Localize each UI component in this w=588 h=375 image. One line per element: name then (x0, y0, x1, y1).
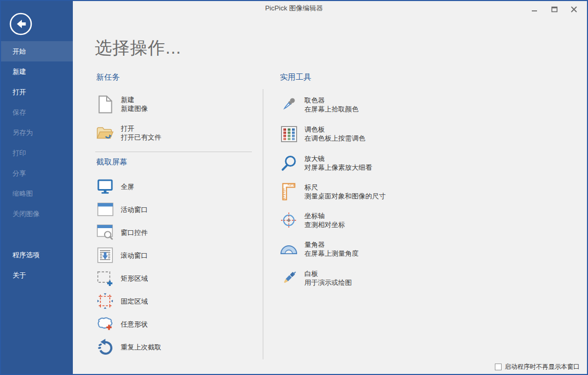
item-desc: 在调色板上按需调色 (304, 134, 365, 143)
open-folder-icon (96, 126, 114, 141)
color-palette-icon (280, 126, 298, 142)
close-icon (571, 6, 577, 12)
magnifier-icon (280, 155, 298, 171)
maximize-icon (551, 6, 558, 12)
new-document-icon (96, 95, 114, 114)
minimize-icon (531, 6, 538, 12)
dont-show-again-row[interactable]: 启动程序时不再显示本窗口 (495, 362, 580, 371)
page-title: 选择操作... (95, 36, 182, 60)
window-controls (527, 4, 582, 15)
item-desc: 在屏幕上测量角度 (304, 249, 359, 258)
sidebar-nav: 开始 新建 打开 保存 另存为 打印 分享 缩略图 关闭图像 (0, 41, 73, 224)
item-label: 打开 (121, 124, 161, 133)
active-window-icon (96, 203, 114, 216)
item-label: 白板 (304, 269, 352, 278)
section-divider (95, 152, 252, 152)
fixed-region-icon (96, 293, 114, 309)
item-label: 任意形状 (121, 320, 148, 329)
item-desc: 新建图像 (121, 104, 148, 113)
repeat-capture-icon (96, 339, 114, 355)
item-desc: 测量桌面对象和图像的尺寸 (304, 192, 386, 201)
color-picker-icon (280, 96, 298, 113)
back-button[interactable] (9, 12, 33, 36)
picpick-window: PicPick 图像编辑器 开始 新建 打开 保存 另存为 打印 分享 缩略图 (0, 0, 588, 375)
item-label: 全屏 (121, 182, 134, 191)
action-item-open[interactable]: 打开 打开已有文件 (96, 120, 161, 145)
section-title-tools: 实用工具 (280, 72, 311, 82)
item-desc: 对屏幕上像素放大细看 (304, 163, 372, 172)
item-label: 矩形区域 (121, 274, 148, 283)
item-label: 量角器 (304, 240, 359, 249)
sidebar-item-about[interactable]: 关于 (0, 265, 73, 285)
window-title: PicPick 图像编辑器 (0, 0, 588, 17)
protractor-icon (280, 244, 298, 255)
action-item-scrolling-window[interactable]: 滚动窗口 (96, 244, 148, 267)
sidebar-item-print[interactable]: 打印 (0, 143, 73, 163)
backstage-main: 选择操作... 新任务 截取屏幕 实用工具 新建 新建图像 (73, 0, 588, 375)
item-desc: 打开已有文件 (121, 133, 161, 142)
scrolling-window-icon (96, 247, 114, 263)
action-item-color-palette[interactable]: 调色板 在调色板上按需调色 (280, 121, 365, 147)
action-item-color-picker[interactable]: 取色器 在屏幕上拾取颜色 (280, 92, 359, 118)
dont-show-again-checkbox[interactable] (495, 364, 502, 370)
action-item-rectangle-region[interactable]: 矩形区域 (96, 267, 148, 290)
item-label: 窗口控件 (121, 228, 148, 237)
section-title-screen-capture: 截取屏幕 (96, 157, 127, 167)
sidebar-item-close-image[interactable]: 关闭图像 (0, 204, 73, 224)
item-label: 新建 (121, 95, 148, 104)
maximize-button[interactable] (546, 4, 562, 15)
action-item-active-window[interactable]: 活动窗口 (96, 198, 148, 221)
sidebar-item-save-as[interactable]: 另存为 (0, 122, 73, 143)
dont-show-again-label: 启动程序时不再显示本窗口 (505, 362, 580, 371)
sidebar-item-home[interactable]: 开始 (0, 41, 73, 61)
action-item-window-control[interactable]: 窗口控件 (96, 221, 148, 244)
item-desc: 在屏幕上拾取颜色 (304, 105, 359, 114)
item-label: 固定区域 (121, 297, 148, 306)
action-item-fixed-region[interactable]: 固定区域 (96, 290, 148, 312)
backstage-sidebar: 开始 新建 打开 保存 另存为 打印 分享 缩略图 关闭图像 程序选项 关于 (0, 0, 73, 375)
item-label: 标尺 (304, 183, 386, 192)
sidebar-item-open[interactable]: 打开 (0, 82, 73, 102)
action-item-freehand[interactable]: 任意形状 (96, 312, 148, 335)
ruler-icon (280, 183, 298, 201)
action-item-repeat-capture[interactable]: 重复上次截取 (96, 335, 161, 358)
sidebar-item-new[interactable]: 新建 (0, 61, 73, 82)
column-divider (263, 89, 263, 359)
action-item-protractor[interactable]: 量角器 在屏幕上测量角度 (280, 236, 359, 262)
item-label: 滚动窗口 (121, 251, 148, 260)
action-item-magnifier[interactable]: 放大镜 对屏幕上像素放大细看 (280, 150, 372, 176)
item-label: 放大镜 (304, 154, 372, 163)
item-label: 活动窗口 (121, 205, 148, 214)
sidebar-item-save[interactable]: 保存 (0, 102, 73, 122)
item-desc: 用于演示或绘图 (304, 278, 352, 287)
rectangle-region-icon (96, 270, 114, 286)
item-label: 调色板 (304, 125, 365, 134)
action-item-new[interactable]: 新建 新建图像 (96, 92, 148, 117)
sidebar-item-thumbnail[interactable]: 缩略图 (0, 183, 73, 204)
crosshair-icon (280, 212, 298, 229)
action-item-fullscreen[interactable]: 全屏 (96, 175, 134, 198)
item-desc: 查测相对坐标 (304, 220, 345, 229)
sidebar-item-share[interactable]: 分享 (0, 163, 73, 183)
sidebar-footer-nav: 程序选项 关于 (0, 245, 73, 285)
item-label: 取色器 (304, 96, 359, 105)
fullscreen-icon (96, 179, 114, 194)
back-arrow-icon (9, 12, 33, 36)
action-item-whiteboard[interactable]: 白板 用于演示或绘图 (280, 265, 352, 291)
close-button[interactable] (566, 4, 582, 15)
minimize-button[interactable] (527, 4, 542, 15)
action-item-crosshair[interactable]: 坐标轴 查测相对坐标 (280, 207, 345, 233)
item-label: 坐标轴 (304, 211, 345, 220)
action-item-ruler[interactable]: 标尺 测量桌面对象和图像的尺寸 (280, 179, 386, 205)
window-control-icon (96, 224, 114, 241)
freehand-icon (96, 317, 114, 331)
section-title-new-tasks: 新任务 (96, 72, 120, 82)
item-label: 重复上次截取 (121, 343, 161, 352)
whiteboard-icon (280, 270, 298, 286)
sidebar-item-options[interactable]: 程序选项 (0, 245, 73, 265)
